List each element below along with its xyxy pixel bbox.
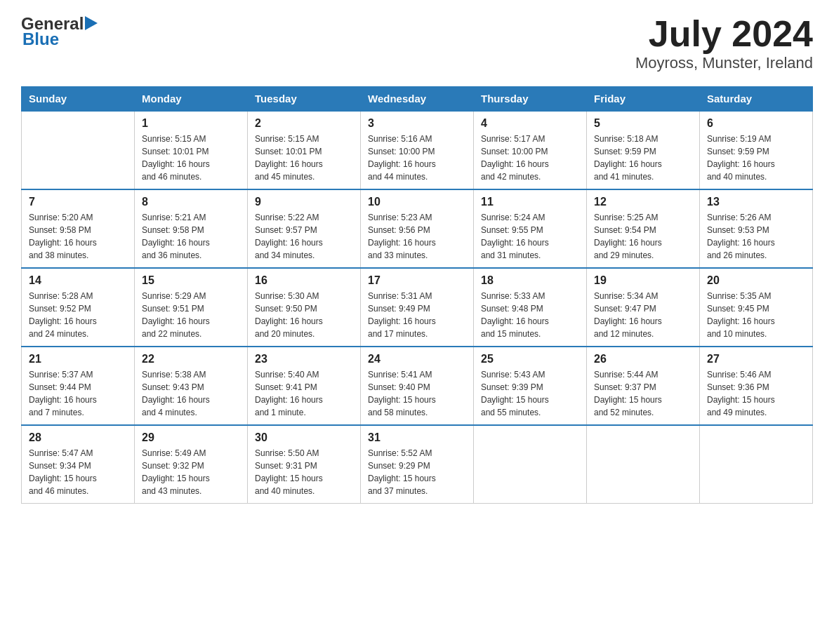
calendar-cell: 20Sunrise: 5:35 AM Sunset: 9:45 PM Dayli… — [700, 268, 813, 347]
page-subtitle: Moyross, Munster, Ireland — [635, 54, 813, 72]
day-number: 19 — [594, 274, 692, 287]
calendar-cell: 24Sunrise: 5:41 AM Sunset: 9:40 PM Dayli… — [361, 347, 474, 425]
calendar-cell: 21Sunrise: 5:37 AM Sunset: 9:44 PM Dayli… — [22, 347, 135, 425]
day-of-week-header: Monday — [135, 87, 248, 112]
svg-marker-0 — [85, 16, 98, 30]
day-number: 9 — [255, 196, 353, 208]
day-info: Sunrise: 5:49 AM Sunset: 9:32 PM Dayligh… — [142, 447, 240, 497]
day-number: 28 — [29, 431, 127, 444]
day-number: 14 — [29, 274, 127, 287]
day-info: Sunrise: 5:35 AM Sunset: 9:45 PM Dayligh… — [707, 290, 805, 340]
day-of-week-header: Wednesday — [361, 87, 474, 112]
day-info: Sunrise: 5:50 AM Sunset: 9:31 PM Dayligh… — [255, 447, 353, 497]
calendar-cell: 31Sunrise: 5:52 AM Sunset: 9:29 PM Dayli… — [361, 425, 474, 504]
calendar-header-row: SundayMondayTuesdayWednesdayThursdayFrid… — [22, 87, 813, 112]
day-info: Sunrise: 5:23 AM Sunset: 9:56 PM Dayligh… — [368, 211, 466, 262]
calendar-week-row: 1Sunrise: 5:15 AM Sunset: 10:01 PM Dayli… — [22, 111, 813, 189]
title-block: July 2024 Moyross, Munster, Ireland — [635, 14, 813, 72]
day-number: 7 — [29, 196, 127, 208]
day-info: Sunrise: 5:28 AM Sunset: 9:52 PM Dayligh… — [29, 290, 127, 340]
day-info: Sunrise: 5:24 AM Sunset: 9:55 PM Dayligh… — [481, 211, 579, 262]
day-info: Sunrise: 5:20 AM Sunset: 9:58 PM Dayligh… — [29, 211, 127, 262]
calendar-table: SundayMondayTuesdayWednesdayThursdayFrid… — [21, 86, 813, 504]
day-number: 1 — [142, 117, 240, 130]
calendar-cell: 26Sunrise: 5:44 AM Sunset: 9:37 PM Dayli… — [587, 347, 700, 425]
day-number: 27 — [707, 353, 805, 365]
calendar-cell: 3Sunrise: 5:16 AM Sunset: 10:00 PM Dayli… — [361, 111, 474, 189]
day-number: 2 — [255, 117, 353, 130]
calendar-cell: 12Sunrise: 5:25 AM Sunset: 9:54 PM Dayli… — [587, 189, 700, 268]
logo-blue-text: Blue — [22, 29, 59, 49]
day-info: Sunrise: 5:43 AM Sunset: 9:39 PM Dayligh… — [481, 368, 579, 419]
day-info: Sunrise: 5:52 AM Sunset: 9:29 PM Dayligh… — [368, 447, 466, 497]
day-of-week-header: Thursday — [474, 87, 587, 112]
day-info: Sunrise: 5:44 AM Sunset: 9:37 PM Dayligh… — [594, 368, 692, 419]
calendar-cell: 15Sunrise: 5:29 AM Sunset: 9:51 PM Dayli… — [135, 268, 248, 347]
calendar-cell: 4Sunrise: 5:17 AM Sunset: 10:00 PM Dayli… — [474, 111, 587, 189]
day-info: Sunrise: 5:16 AM Sunset: 10:00 PM Daylig… — [368, 133, 466, 183]
calendar-cell: 1Sunrise: 5:15 AM Sunset: 10:01 PM Dayli… — [135, 111, 248, 189]
calendar-cell: 6Sunrise: 5:19 AM Sunset: 9:59 PM Daylig… — [700, 111, 813, 189]
day-number: 16 — [255, 274, 353, 287]
calendar-cell: 10Sunrise: 5:23 AM Sunset: 9:56 PM Dayli… — [361, 189, 474, 268]
day-info: Sunrise: 5:26 AM Sunset: 9:53 PM Dayligh… — [707, 211, 805, 262]
day-number: 26 — [594, 353, 692, 365]
day-info: Sunrise: 5:22 AM Sunset: 9:57 PM Dayligh… — [255, 211, 353, 262]
day-number: 31 — [368, 431, 466, 444]
day-number: 6 — [707, 117, 805, 130]
day-info: Sunrise: 5:40 AM Sunset: 9:41 PM Dayligh… — [255, 368, 353, 419]
calendar-week-row: 7Sunrise: 5:20 AM Sunset: 9:58 PM Daylig… — [22, 189, 813, 268]
calendar-cell: 14Sunrise: 5:28 AM Sunset: 9:52 PM Dayli… — [22, 268, 135, 347]
calendar-cell: 22Sunrise: 5:38 AM Sunset: 9:43 PM Dayli… — [135, 347, 248, 425]
day-of-week-header: Sunday — [22, 87, 135, 112]
calendar-week-row: 14Sunrise: 5:28 AM Sunset: 9:52 PM Dayli… — [22, 268, 813, 347]
day-info: Sunrise: 5:33 AM Sunset: 9:48 PM Dayligh… — [481, 290, 579, 340]
day-info: Sunrise: 5:34 AM Sunset: 9:47 PM Dayligh… — [594, 290, 692, 340]
day-info: Sunrise: 5:37 AM Sunset: 9:44 PM Dayligh… — [29, 368, 127, 419]
day-of-week-header: Tuesday — [248, 87, 361, 112]
calendar-cell: 23Sunrise: 5:40 AM Sunset: 9:41 PM Dayli… — [248, 347, 361, 425]
calendar-week-row: 28Sunrise: 5:47 AM Sunset: 9:34 PM Dayli… — [22, 425, 813, 504]
day-info: Sunrise: 5:38 AM Sunset: 9:43 PM Dayligh… — [142, 368, 240, 419]
day-info: Sunrise: 5:21 AM Sunset: 9:58 PM Dayligh… — [142, 211, 240, 262]
day-number: 15 — [142, 274, 240, 287]
day-of-week-header: Friday — [587, 87, 700, 112]
day-number: 25 — [481, 353, 579, 365]
calendar-cell: 8Sunrise: 5:21 AM Sunset: 9:58 PM Daylig… — [135, 189, 248, 268]
calendar-cell: 16Sunrise: 5:30 AM Sunset: 9:50 PM Dayli… — [248, 268, 361, 347]
calendar-cell: 30Sunrise: 5:50 AM Sunset: 9:31 PM Dayli… — [248, 425, 361, 504]
calendar-week-row: 21Sunrise: 5:37 AM Sunset: 9:44 PM Dayli… — [22, 347, 813, 425]
day-info: Sunrise: 5:29 AM Sunset: 9:51 PM Dayligh… — [142, 290, 240, 340]
calendar-cell: 11Sunrise: 5:24 AM Sunset: 9:55 PM Dayli… — [474, 189, 587, 268]
day-info: Sunrise: 5:17 AM Sunset: 10:00 PM Daylig… — [481, 133, 579, 183]
day-info: Sunrise: 5:15 AM Sunset: 10:01 PM Daylig… — [142, 133, 240, 183]
day-of-week-header: Saturday — [700, 87, 813, 112]
calendar-cell: 5Sunrise: 5:18 AM Sunset: 9:59 PM Daylig… — [587, 111, 700, 189]
day-number: 10 — [368, 196, 466, 208]
day-number: 24 — [368, 353, 466, 365]
day-number: 13 — [707, 196, 805, 208]
calendar-cell — [22, 111, 135, 189]
day-info: Sunrise: 5:47 AM Sunset: 9:34 PM Dayligh… — [29, 447, 127, 497]
logo: General Blue — [21, 14, 100, 49]
day-info: Sunrise: 5:19 AM Sunset: 9:59 PM Dayligh… — [707, 133, 805, 183]
day-number: 20 — [707, 274, 805, 287]
calendar-cell: 25Sunrise: 5:43 AM Sunset: 9:39 PM Dayli… — [474, 347, 587, 425]
day-number: 8 — [142, 196, 240, 208]
day-info: Sunrise: 5:30 AM Sunset: 9:50 PM Dayligh… — [255, 290, 353, 340]
calendar-cell: 9Sunrise: 5:22 AM Sunset: 9:57 PM Daylig… — [248, 189, 361, 268]
day-number: 30 — [255, 431, 353, 444]
day-number: 21 — [29, 353, 127, 365]
calendar-cell: 17Sunrise: 5:31 AM Sunset: 9:49 PM Dayli… — [361, 268, 474, 347]
day-number: 29 — [142, 431, 240, 444]
calendar-cell — [700, 425, 813, 504]
calendar-cell: 28Sunrise: 5:47 AM Sunset: 9:34 PM Dayli… — [22, 425, 135, 504]
day-number: 17 — [368, 274, 466, 287]
calendar-cell: 19Sunrise: 5:34 AM Sunset: 9:47 PM Dayli… — [587, 268, 700, 347]
day-info: Sunrise: 5:46 AM Sunset: 9:36 PM Dayligh… — [707, 368, 805, 419]
page-header: General Blue July 2024 Moyross, Munster,… — [21, 14, 813, 72]
calendar-cell: 7Sunrise: 5:20 AM Sunset: 9:58 PM Daylig… — [22, 189, 135, 268]
day-number: 12 — [594, 196, 692, 208]
day-number: 3 — [368, 117, 466, 130]
day-number: 11 — [481, 196, 579, 208]
